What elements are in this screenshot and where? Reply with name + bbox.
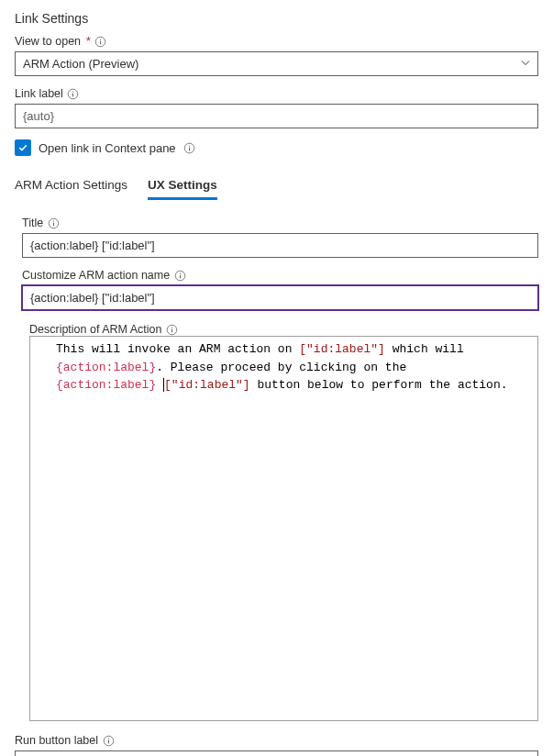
tab-arm-action-settings[interactable]: ARM Action Settings (15, 172, 127, 200)
label-text: Run button label (15, 734, 98, 747)
description-editor[interactable]: This will invoke an ARM action on ["id:l… (29, 336, 538, 721)
view-to-open-select[interactable]: ARM Action (Preview) (15, 51, 538, 76)
info-icon[interactable] (47, 217, 60, 229)
link-label-label: Link label (15, 87, 538, 100)
run-button-label-input[interactable] (15, 750, 538, 756)
title-input[interactable] (22, 233, 538, 258)
tab-ux-settings[interactable]: UX Settings (148, 172, 217, 200)
svg-point-16 (171, 327, 172, 328)
open-context-label: Open link in Context pane (39, 141, 176, 155)
svg-point-10 (53, 220, 54, 221)
info-icon[interactable] (183, 141, 196, 154)
view-to-open-label: View to open * (15, 35, 538, 48)
info-icon[interactable] (94, 35, 107, 48)
svg-point-1 (100, 39, 101, 39)
description-label: Description of ARM Action (29, 323, 538, 336)
info-icon[interactable] (173, 269, 186, 282)
required-asterisk: * (86, 35, 91, 48)
title-label: Title (22, 217, 538, 229)
svg-point-7 (189, 145, 190, 146)
tabs: ARM Action Settings UX Settings (15, 172, 538, 200)
label-text: Title (22, 217, 43, 229)
svg-point-19 (107, 738, 108, 739)
info-icon[interactable] (67, 87, 80, 100)
link-label-input[interactable] (15, 104, 538, 128)
label-text: Customize ARM action name (22, 269, 170, 282)
label-text: Link label (15, 87, 63, 100)
section-title: Link Settings (15, 11, 538, 26)
svg-point-4 (72, 91, 73, 92)
open-context-checkbox[interactable] (15, 139, 31, 156)
customize-name-label: Customize ARM action name (22, 269, 538, 282)
info-icon[interactable] (102, 734, 115, 747)
label-text: View to open (15, 35, 81, 48)
run-button-label-label: Run button label (15, 734, 538, 747)
editor-content: This will invoke an ARM action on ["id:l… (56, 340, 512, 395)
info-icon[interactable] (166, 323, 179, 336)
customize-name-input[interactable] (22, 285, 538, 310)
label-text: Description of ARM Action (29, 323, 162, 336)
svg-point-13 (180, 272, 181, 273)
